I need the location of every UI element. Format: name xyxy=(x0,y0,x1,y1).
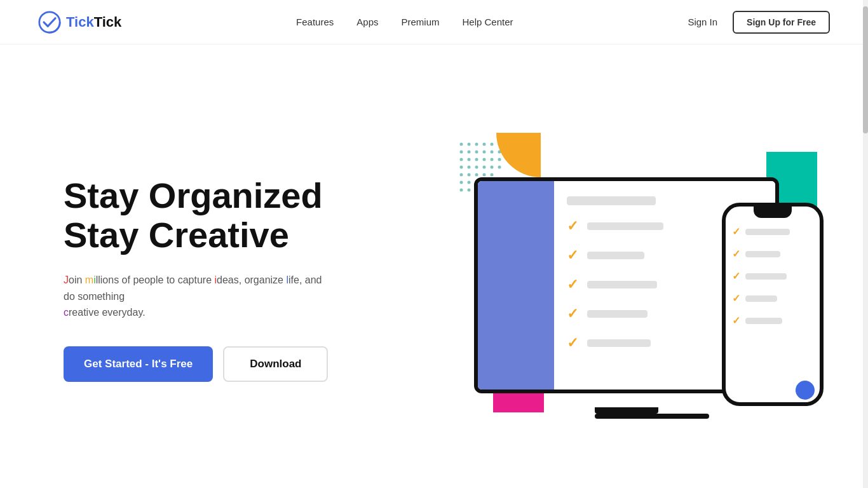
laptop-title-bar xyxy=(567,196,656,205)
hero-section: Stay Organized Stay Creative Join millio… xyxy=(0,44,868,488)
svg-point-27 xyxy=(468,173,471,177)
phone-bar-2 xyxy=(745,251,780,257)
checkmark-icon-1: ✓ xyxy=(567,218,578,234)
svg-point-35 xyxy=(460,189,463,192)
phone-item-5: ✓ xyxy=(732,315,813,327)
main-nav: Features Apps Premium Help Center xyxy=(296,17,513,27)
svg-point-17 xyxy=(483,158,486,161)
svg-point-20 xyxy=(460,166,463,169)
svg-point-29 xyxy=(483,173,486,177)
svg-point-11 xyxy=(483,151,486,154)
download-button[interactable]: Download xyxy=(223,346,328,382)
check-bar-4 xyxy=(587,310,648,318)
svg-point-23 xyxy=(483,166,486,169)
phone-notch xyxy=(754,207,792,218)
checkmark-icon-4: ✓ xyxy=(567,306,578,322)
hero-content: Stay Organized Stay Creative Join millio… xyxy=(64,176,369,382)
svg-point-8 xyxy=(460,151,463,154)
phone-bar-1 xyxy=(745,229,790,235)
phone-item-3: ✓ xyxy=(732,270,813,282)
svg-point-26 xyxy=(460,173,463,177)
phone-checklist: ✓ ✓ ✓ ✓ ✓ xyxy=(726,218,820,381)
svg-point-19 xyxy=(498,158,501,161)
hero-title: Stay Organized Stay Creative xyxy=(64,176,369,254)
sign-up-button[interactable]: Sign Up for Free xyxy=(733,11,830,34)
svg-point-2 xyxy=(460,143,463,146)
svg-point-36 xyxy=(468,189,471,192)
svg-point-28 xyxy=(475,173,478,177)
logo-link[interactable]: TickTick xyxy=(38,11,121,34)
phone-check-3: ✓ xyxy=(732,270,740,282)
logo-text: TickTick xyxy=(66,14,121,30)
phone-check-2: ✓ xyxy=(732,248,740,260)
phone-illustration: ✓ ✓ ✓ ✓ ✓ xyxy=(722,203,824,406)
phone-bar-3 xyxy=(745,273,787,280)
scrollbar-thumb[interactable] xyxy=(863,6,868,133)
phone-check-5: ✓ xyxy=(732,315,740,327)
check-bar-5 xyxy=(587,339,651,347)
svg-point-12 xyxy=(491,151,494,154)
laptop-stand xyxy=(474,407,779,414)
phone-item-1: ✓ xyxy=(732,226,813,238)
svg-point-32 xyxy=(468,181,471,184)
phone-check-4: ✓ xyxy=(732,292,740,304)
phone-bar-5 xyxy=(745,318,782,324)
hero-illustration: // We'll create dots in CSS/SVG inline xyxy=(436,126,830,431)
svg-point-18 xyxy=(491,158,494,161)
svg-point-31 xyxy=(460,181,463,184)
laptop-stand-bar xyxy=(595,407,658,414)
sign-in-link[interactable]: Sign In xyxy=(688,17,717,27)
hero-buttons: Get Started - It's Free Download xyxy=(64,346,369,382)
svg-point-21 xyxy=(468,166,471,169)
svg-point-6 xyxy=(491,143,494,146)
svg-point-15 xyxy=(468,158,471,161)
nav-help[interactable]: Help Center xyxy=(463,17,513,27)
nav-apps[interactable]: Apps xyxy=(356,17,378,27)
svg-point-22 xyxy=(475,166,478,169)
nav-premium[interactable]: Premium xyxy=(401,17,439,27)
phone-circle xyxy=(796,381,815,400)
phone-item-2: ✓ xyxy=(732,248,813,260)
svg-point-25 xyxy=(498,166,501,169)
nav-features[interactable]: Features xyxy=(296,17,334,27)
svg-point-3 xyxy=(468,143,471,146)
svg-point-16 xyxy=(475,158,478,161)
logo-icon xyxy=(38,11,61,34)
svg-point-5 xyxy=(483,143,486,146)
checkmark-icon-3: ✓ xyxy=(567,276,578,293)
check-bar-3 xyxy=(587,281,657,288)
laptop-stand-base xyxy=(595,414,709,419)
svg-point-30 xyxy=(491,173,494,177)
header: TickTick Features Apps Premium Help Cent… xyxy=(0,0,868,44)
checkmark-icon-5: ✓ xyxy=(567,335,578,351)
get-started-button[interactable]: Get Started - It's Free xyxy=(64,346,213,382)
svg-point-9 xyxy=(468,151,471,154)
laptop-sidebar xyxy=(478,181,554,390)
checkmark-icon-2: ✓ xyxy=(567,247,578,264)
phone-bar-4 xyxy=(745,295,777,302)
phone-check-1: ✓ xyxy=(732,226,740,238)
svg-point-4 xyxy=(475,143,478,146)
hero-subtitle: Join millions of people to capture ideas… xyxy=(64,272,330,321)
check-bar-2 xyxy=(587,252,644,259)
scrollbar-track xyxy=(863,0,868,488)
header-actions: Sign In Sign Up for Free xyxy=(688,11,830,34)
svg-point-14 xyxy=(460,158,463,161)
check-bar-1 xyxy=(587,222,663,230)
svg-point-24 xyxy=(491,166,494,169)
svg-point-10 xyxy=(475,151,478,154)
phone-item-4: ✓ xyxy=(732,292,813,304)
